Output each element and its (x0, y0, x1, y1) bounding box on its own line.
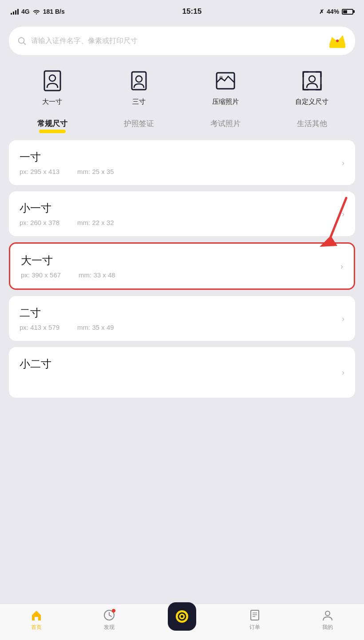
card-wrapper-da-yi-cun: 大一寸 px: 390 x 567 mm: 33 x 48 › (9, 242, 355, 290)
chevron-icon-1: › (342, 209, 344, 218)
orders-icon (248, 608, 261, 622)
card-meta-0: px: 295 x 413 mm: 25 x 35 (20, 168, 344, 175)
quick-icon-compress[interactable]: 压缩照片 (182, 67, 269, 106)
tab-regular[interactable]: 常规尺寸 (9, 119, 95, 131)
category-tabs: 常规尺寸 护照签证 考试照片 生活其他 (9, 119, 355, 131)
chevron-icon-2: › (340, 261, 343, 271)
quick-icon-label-0: 大一寸 (42, 98, 62, 106)
network-type: 4G (21, 8, 30, 15)
nav-home[interactable]: 首页 (0, 608, 73, 631)
card-meta-2: px: 390 x 567 mm: 33 x 48 (21, 271, 343, 279)
main-content: 请输入证件名字、像素或打印尺寸 大一寸 (0, 21, 364, 407)
quick-icon-custom[interactable]: 自定义尺寸 (269, 67, 355, 106)
nav-home-label: 首页 (31, 624, 42, 631)
svg-point-12 (309, 76, 315, 82)
chevron-icon-0: › (342, 158, 344, 167)
list-item-er-cun[interactable]: 二寸 px: 413 x 579 mm: 35 x 49 › (9, 296, 355, 341)
tab-exam[interactable]: 考试照片 (182, 119, 269, 131)
search-bar[interactable]: 请输入证件名字、像素或打印尺寸 (9, 27, 355, 55)
svg-rect-9 (217, 73, 234, 89)
compress-icon (212, 67, 239, 94)
crown-icon[interactable] (328, 33, 347, 49)
card-title-0: 一寸 (20, 150, 344, 164)
svg-rect-3 (329, 45, 345, 48)
card-meta-1: px: 260 x 378 mm: 22 x 32 (20, 219, 344, 226)
nav-orders-label: 订单 (249, 624, 260, 631)
nav-orders[interactable]: 订单 (218, 608, 291, 631)
list-item-yi-cun[interactable]: 一寸 px: 295 x 413 mm: 25 x 35 › (9, 140, 355, 185)
svg-point-23 (325, 611, 330, 616)
tab-life[interactable]: 生活其他 (269, 119, 355, 131)
list-section: 一寸 px: 295 x 413 mm: 25 x 35 › 小一寸 px: 2… (9, 140, 355, 407)
card-title-3: 二寸 (20, 306, 344, 320)
quick-icon-san-cun[interactable]: 三寸 (95, 67, 182, 106)
nav-discover-label: 发现 (104, 624, 115, 631)
svg-line-1 (24, 43, 25, 44)
status-right: ✗ 44% (319, 8, 353, 15)
discover-icon (103, 608, 116, 622)
svg-point-6 (49, 75, 55, 81)
custom-icon (299, 67, 325, 94)
card-meta-3: px: 413 x 579 mm: 35 x 49 (20, 324, 344, 331)
chevron-icon-4: › (342, 368, 344, 377)
network-speed: 181 B/s (43, 8, 65, 15)
clock: 15:15 (182, 7, 202, 16)
quick-icons: 大一寸 三寸 压缩照片 (9, 67, 355, 106)
nav-mine[interactable]: 我的 (291, 608, 364, 631)
svg-point-18 (181, 615, 183, 618)
search-icon (17, 36, 27, 46)
list-item-xiao-er-cun[interactable]: 小二寸 › (9, 347, 355, 398)
card-title-2: 大一寸 (21, 253, 343, 268)
da-yi-cun-icon (39, 67, 66, 94)
quick-icon-da-yi-cun[interactable]: 大一寸 (9, 67, 95, 106)
signal-icon (11, 8, 19, 15)
card-title-1: 小一寸 (20, 201, 344, 215)
list-item-da-yi-cun[interactable]: 大一寸 px: 390 x 567 mm: 33 x 48 › (9, 242, 355, 290)
bluetooth-icon: ✗ (319, 8, 324, 15)
mine-icon (321, 608, 334, 622)
status-left: 4G 181 B/s (11, 8, 65, 15)
quick-icon-label-2: 压缩照片 (212, 98, 239, 106)
svg-point-8 (136, 76, 142, 82)
nav-mine-label: 我的 (322, 624, 333, 631)
nav-camera[interactable] (146, 609, 218, 631)
chevron-icon-3: › (342, 314, 344, 323)
search-placeholder[interactable]: 请输入证件名字、像素或打印尺寸 (31, 36, 323, 46)
tab-passport[interactable]: 护照签证 (95, 119, 182, 131)
home-icon (30, 608, 43, 622)
svg-point-10 (219, 76, 223, 79)
card-title-4: 小二寸 (20, 357, 344, 371)
nav-discover[interactable]: 发现 (73, 608, 146, 631)
svg-rect-11 (303, 72, 321, 90)
quick-icon-label-3: 自定义尺寸 (295, 98, 328, 106)
wifi-icon (32, 8, 40, 15)
san-cun-icon (126, 67, 152, 94)
list-item-xiao-yi-cun[interactable]: 小一寸 px: 260 x 378 mm: 22 x 32 › (9, 191, 355, 236)
status-bar: 4G 181 B/s 15:15 ✗ 44% (0, 0, 364, 21)
svg-rect-19 (251, 610, 259, 620)
quick-icon-label-1: 三寸 (132, 98, 146, 106)
battery-percent: 44% (327, 8, 339, 15)
battery-icon (342, 9, 353, 15)
discover-dot (112, 609, 115, 612)
bottom-nav: 首页 发现 (0, 604, 364, 640)
camera-button[interactable] (168, 602, 196, 631)
svg-point-4 (336, 40, 339, 42)
